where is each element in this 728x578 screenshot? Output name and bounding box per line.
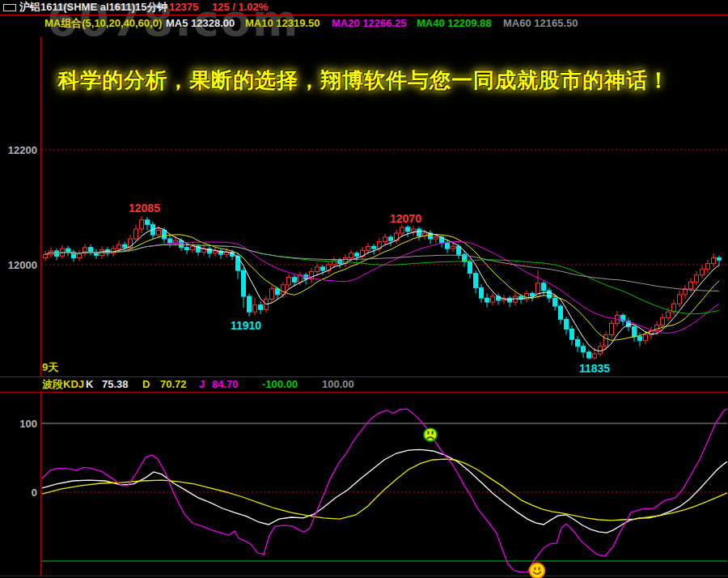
swing-high-label-12070: 12070 [390, 212, 421, 225]
ma5-value: MA5 12328.00 [166, 16, 235, 31]
kdj-d-line [42, 459, 727, 521]
ma10-value: MA10 12319.50 [245, 16, 320, 31]
ma60-line [45, 244, 719, 291]
kdj-tick-100: 100 [3, 418, 37, 430]
kdj-d-label: D [142, 377, 150, 392]
last-price: 12375 [169, 0, 198, 15]
kdj-j-line [42, 409, 727, 572]
kdj-header-row: 波段KDJ K 75.38 D 70.72 J 84.70 -100.00 10… [0, 377, 728, 392]
swing-low-label-11910: 11910 [231, 319, 261, 332]
instrument-title: 沪铝1611(SHME al1611)15分钟 [19, 0, 168, 15]
kdj-j-label: J [199, 377, 205, 392]
swing-high-label-12085: 12085 [129, 202, 160, 215]
sad-face-marker [424, 428, 437, 441]
ma40-value: MA40 12209.88 [417, 16, 492, 31]
link-icon[interactable] [3, 4, 16, 11]
kdj-d-value: 70.72 [160, 377, 187, 392]
ma10-line [45, 235, 719, 341]
period-label[interactable]: 9天 [42, 360, 58, 375]
title-bar: 沪铝1611(SHME al1611)15分钟 12375 125 / 1.02… [0, 0, 728, 15]
ad-banner: 科学的分析，果断的选择，翔博软件与您一同成就股市的神话！ [0, 66, 728, 95]
kdj-k-value: 75.38 [102, 377, 129, 392]
app-window: 6078.com 沪铝1611(SHME al1611)15分钟 12375 1… [0, 0, 728, 578]
kdj-k-line [42, 449, 727, 533]
kdj-j-value: 84.70 [212, 377, 239, 392]
ma40-line [45, 244, 719, 314]
ma60-value: MA60 12165.50 [503, 16, 578, 31]
ma20-line [45, 242, 719, 334]
happy-face-marker [530, 563, 545, 578]
ma-combo-label[interactable]: MA组合(5,10,20,40,60,0) [44, 16, 162, 31]
kdj-upper-band: 100.00 [322, 377, 354, 392]
kdj-tick-0: 0 [3, 487, 37, 499]
price-change: 125 / 1.02% [212, 0, 268, 15]
y-tick-12000: 12000 [3, 259, 37, 271]
ma20-value: MA20 12266.25 [332, 16, 407, 31]
kdj-indicator-name[interactable]: 波段KDJ [42, 377, 84, 392]
swing-low-label-11835: 11835 [579, 362, 610, 375]
y-tick-12200: 12200 [3, 144, 37, 156]
kdj-lower-band: -100.00 [262, 377, 298, 392]
ma-indicator-row: MA组合(5,10,20,40,60,0) MA5 12328.00 MA10 … [0, 16, 728, 31]
candlestick-layer [44, 216, 722, 360]
kdj-k-label: K [86, 377, 93, 392]
